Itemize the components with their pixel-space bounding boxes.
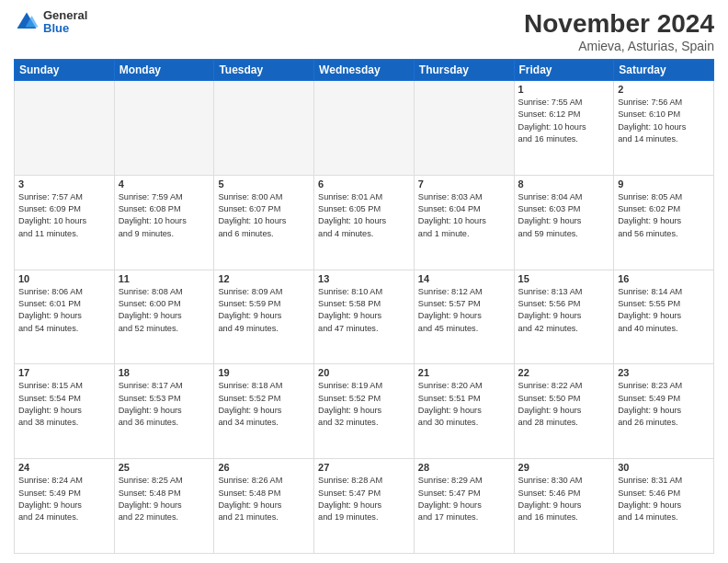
day-info: Sunrise: 8:12 AMSunset: 5:57 PMDaylight:… [418,286,510,335]
calendar-cell: 13Sunrise: 8:10 AMSunset: 5:58 PMDayligh… [314,270,415,364]
calendar-cell: 10Sunrise: 8:06 AMSunset: 6:01 PMDayligh… [15,270,115,364]
day-info: Sunrise: 8:29 AMSunset: 5:47 PMDaylight:… [418,475,510,523]
calendar-week-3: 17Sunrise: 8:15 AMSunset: 5:54 PMDayligh… [15,364,714,459]
day-number: 7 [418,178,510,190]
logo-line1: General [43,9,87,22]
day-info: Sunrise: 8:31 AMSunset: 5:46 PMDaylight:… [618,475,710,523]
calendar-cell: 14Sunrise: 8:12 AMSunset: 5:57 PMDayligh… [414,270,514,364]
day-info: Sunrise: 8:09 AMSunset: 5:59 PMDaylight:… [218,286,310,335]
day-number: 21 [418,367,510,378]
calendar-cell: 3Sunrise: 7:57 AMSunset: 6:09 PMDaylight… [15,175,115,270]
day-info: Sunrise: 7:56 AMSunset: 6:10 PMDaylight:… [618,97,710,145]
title-block: November 2024 Amieva, Asturias, Spain [524,9,714,53]
calendar-cell: 4Sunrise: 7:59 AMSunset: 6:08 PMDaylight… [114,175,214,270]
calendar-week-2: 10Sunrise: 8:06 AMSunset: 6:01 PMDayligh… [15,270,714,364]
calendar-cell: 11Sunrise: 8:08 AMSunset: 6:00 PMDayligh… [114,270,214,364]
day-info: Sunrise: 8:15 AMSunset: 5:54 PMDaylight:… [18,380,110,429]
weekday-header-friday: Friday [514,60,614,81]
day-info: Sunrise: 8:10 AMSunset: 5:58 PMDaylight:… [318,286,410,335]
day-number: 6 [318,178,410,190]
calendar-cell: 7Sunrise: 8:03 AMSunset: 6:04 PMDaylight… [414,175,514,270]
day-number: 15 [518,273,610,284]
day-info: Sunrise: 8:28 AMSunset: 5:47 PMDaylight:… [318,475,410,523]
calendar-cell [114,81,214,176]
calendar-cell [15,81,115,176]
weekday-header-thursday: Thursday [414,60,514,81]
calendar-cell: 8Sunrise: 8:04 AMSunset: 6:03 PMDaylight… [514,175,614,270]
day-number: 13 [318,273,410,284]
calendar-cell: 20Sunrise: 8:19 AMSunset: 5:52 PMDayligh… [314,364,415,459]
day-number: 2 [618,84,710,95]
day-number: 12 [218,273,310,284]
calendar-cell: 22Sunrise: 8:22 AMSunset: 5:50 PMDayligh… [514,364,614,459]
calendar-cell: 21Sunrise: 8:20 AMSunset: 5:51 PMDayligh… [414,364,514,459]
day-number: 11 [119,273,210,284]
day-info: Sunrise: 8:01 AMSunset: 6:05 PMDaylight:… [318,191,410,240]
calendar-cell: 28Sunrise: 8:29 AMSunset: 5:47 PMDayligh… [414,459,514,554]
calendar-cell: 17Sunrise: 8:15 AMSunset: 5:54 PMDayligh… [15,364,115,459]
day-info: Sunrise: 8:00 AMSunset: 6:07 PMDaylight:… [218,191,310,240]
logo: General Blue [14,9,87,36]
day-number: 14 [418,273,510,284]
location: Amieva, Asturias, Spain [524,39,714,53]
day-info: Sunrise: 8:05 AMSunset: 6:02 PMDaylight:… [618,191,710,240]
day-number: 5 [218,178,310,190]
day-info: Sunrise: 8:26 AMSunset: 5:48 PMDaylight:… [218,475,310,523]
calendar-cell: 6Sunrise: 8:01 AMSunset: 6:05 PMDaylight… [314,175,415,270]
logo-line2: Blue [43,22,87,35]
day-info: Sunrise: 8:25 AMSunset: 5:48 PMDaylight:… [119,475,210,523]
day-number: 23 [618,367,710,378]
calendar-table: SundayMondayTuesdayWednesdayThursdayFrid… [14,59,714,554]
day-info: Sunrise: 8:14 AMSunset: 5:55 PMDaylight:… [618,286,710,335]
calendar-header-row: SundayMondayTuesdayWednesdayThursdayFrid… [15,60,714,81]
weekday-header-wednesday: Wednesday [314,60,415,81]
calendar-cell: 27Sunrise: 8:28 AMSunset: 5:47 PMDayligh… [314,459,415,554]
day-number: 10 [18,273,110,284]
calendar-cell: 1Sunrise: 7:55 AMSunset: 6:12 PMDaylight… [514,81,614,176]
day-number: 29 [518,462,610,473]
calendar-cell [414,81,514,176]
day-number: 22 [518,367,610,378]
calendar-cell: 2Sunrise: 7:56 AMSunset: 6:10 PMDaylight… [614,81,714,176]
day-info: Sunrise: 7:59 AMSunset: 6:08 PMDaylight:… [119,191,210,240]
day-number: 1 [518,84,610,95]
day-info: Sunrise: 8:24 AMSunset: 5:49 PMDaylight:… [18,475,110,523]
calendar-cell: 25Sunrise: 8:25 AMSunset: 5:48 PMDayligh… [114,459,214,554]
calendar-cell: 16Sunrise: 8:14 AMSunset: 5:55 PMDayligh… [614,270,714,364]
day-info: Sunrise: 8:03 AMSunset: 6:04 PMDaylight:… [418,191,510,240]
day-info: Sunrise: 7:57 AMSunset: 6:09 PMDaylight:… [18,191,110,240]
calendar-cell: 9Sunrise: 8:05 AMSunset: 6:02 PMDaylight… [614,175,714,270]
calendar-cell: 29Sunrise: 8:30 AMSunset: 5:46 PMDayligh… [514,459,614,554]
calendar-cell [214,81,314,176]
day-info: Sunrise: 8:06 AMSunset: 6:01 PMDaylight:… [18,286,110,335]
weekday-header-tuesday: Tuesday [214,60,314,81]
calendar-cell [314,81,415,176]
day-number: 18 [119,367,210,378]
calendar-cell: 18Sunrise: 8:17 AMSunset: 5:53 PMDayligh… [114,364,214,459]
calendar-cell: 24Sunrise: 8:24 AMSunset: 5:49 PMDayligh… [15,459,115,554]
calendar-cell: 15Sunrise: 8:13 AMSunset: 5:56 PMDayligh… [514,270,614,364]
calendar-week-4: 24Sunrise: 8:24 AMSunset: 5:49 PMDayligh… [15,459,714,554]
day-number: 20 [318,367,410,378]
day-info: Sunrise: 8:22 AMSunset: 5:50 PMDaylight:… [518,380,610,429]
day-number: 8 [518,178,610,190]
weekday-header-saturday: Saturday [614,60,714,81]
logo-icon [14,9,40,35]
day-number: 30 [618,462,710,473]
day-info: Sunrise: 8:19 AMSunset: 5:52 PMDaylight:… [318,380,410,429]
day-info: Sunrise: 8:23 AMSunset: 5:49 PMDaylight:… [618,380,710,429]
calendar-cell: 26Sunrise: 8:26 AMSunset: 5:48 PMDayligh… [214,459,314,554]
day-info: Sunrise: 8:04 AMSunset: 6:03 PMDaylight:… [518,191,610,240]
day-number: 24 [18,462,110,473]
day-number: 25 [119,462,210,473]
logo-text: General Blue [43,9,87,36]
header: General Blue November 2024 Amieva, Astur… [14,9,714,53]
month-title: November 2024 [524,9,714,39]
day-number: 27 [318,462,410,473]
day-number: 16 [618,273,710,284]
calendar-cell: 30Sunrise: 8:31 AMSunset: 5:46 PMDayligh… [614,459,714,554]
day-number: 28 [418,462,510,473]
day-number: 9 [618,178,710,190]
weekday-header-monday: Monday [114,60,214,81]
calendar-cell: 23Sunrise: 8:23 AMSunset: 5:49 PMDayligh… [614,364,714,459]
